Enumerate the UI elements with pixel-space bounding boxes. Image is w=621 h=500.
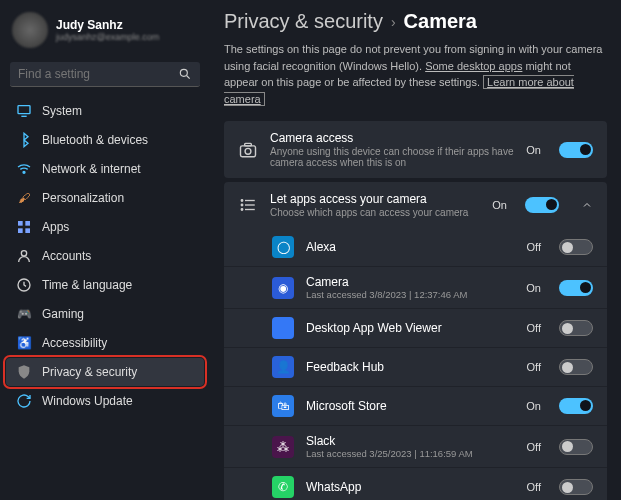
app-icon: ⁂ [272,436,294,458]
svg-point-4 [23,171,25,173]
app-state: Off [527,361,541,373]
app-icon [272,317,294,339]
sidebar-item-shield[interactable]: Privacy & security [6,358,204,386]
app-state: Off [527,241,541,253]
search-input[interactable] [18,67,178,81]
app-toggle[interactable] [559,239,593,255]
app-state: Off [527,322,541,334]
app-name: WhatsApp [306,480,515,494]
system-icon [16,103,32,119]
clock-icon [16,277,32,293]
bluetooth-icon [16,132,32,148]
app-state: On [526,282,541,294]
svg-point-0 [180,69,187,76]
svg-line-1 [187,76,190,79]
chevron-right-icon: › [391,14,396,30]
let-apps-toggle[interactable] [525,197,559,213]
sidebar-nav: SystemBluetooth & devicesNetwork & inter… [6,97,204,415]
app-toggle[interactable] [559,280,593,296]
sidebar-item-access[interactable]: ♿Accessibility [6,329,204,357]
app-state: Off [527,481,541,493]
sidebar-item-wifi[interactable]: Network & internet [6,155,204,183]
let-apps-row[interactable]: Let apps access your camera Choose which… [224,182,607,228]
sidebar-item-label: Privacy & security [42,365,137,379]
app-sub: Last accessed 3/8/2023 | 12:37:46 AM [306,289,514,300]
svg-point-9 [21,251,26,256]
camera-access-toggle[interactable] [559,142,593,158]
apps-icon [16,219,32,235]
camera-access-sub: Anyone using this device can choose if t… [270,146,514,168]
let-apps-state: On [492,199,507,211]
app-row: ◯AlexaOff [224,228,607,266]
app-row: Desktop App Web ViewerOff [224,308,607,347]
user-profile[interactable]: Judy Sanhz judysanhz@example.com [6,8,204,58]
sidebar-item-apps[interactable]: Apps [6,213,204,241]
app-name: Alexa [306,240,515,254]
app-icon: 🛍 [272,395,294,417]
sidebar-item-label: Accounts [42,249,91,263]
sidebar-item-brush[interactable]: 🖌Personalization [6,184,204,212]
let-apps-card: Let apps access your camera Choose which… [224,182,607,500]
sidebar-item-system[interactable]: System [6,97,204,125]
sidebar-item-label: Bluetooth & devices [42,133,148,147]
svg-point-19 [241,209,243,211]
app-name: Microsoft Store [306,399,514,413]
app-name: Feedback Hub [306,360,515,374]
app-toggle[interactable] [559,439,593,455]
let-apps-title: Let apps access your camera [270,192,480,206]
sidebar-item-label: Gaming [42,307,84,321]
app-row: ◉CameraLast accessed 3/8/2023 | 12:37:46… [224,266,607,308]
app-toggle[interactable] [559,320,593,336]
app-row: ⁂SlackLast accessed 3/25/2023 | 11:16:59… [224,425,607,467]
avatar [12,12,48,48]
shield-icon [16,364,32,380]
svg-rect-13 [245,143,252,146]
access-icon: ♿ [16,335,32,351]
page-description: The settings on this page do not prevent… [224,41,607,107]
account-icon [16,248,32,264]
list-icon [238,195,258,215]
camera-access-title: Camera access [270,131,514,145]
app-toggle[interactable] [559,359,593,375]
app-name: Slack [306,434,515,448]
sidebar-item-bluetooth[interactable]: Bluetooth & devices [6,126,204,154]
app-list: ◯AlexaOff◉CameraLast accessed 3/8/2023 |… [224,228,607,500]
sidebar-item-update[interactable]: Windows Update [6,387,204,415]
svg-rect-7 [18,228,23,233]
app-state: Off [527,441,541,453]
sidebar-item-label: Apps [42,220,69,234]
svg-point-12 [245,148,251,154]
app-toggle[interactable] [559,398,593,414]
sidebar-item-label: System [42,104,82,118]
camera-access-state: On [526,144,541,156]
sidebar-item-label: Windows Update [42,394,133,408]
camera-access-row[interactable]: Camera access Anyone using this device c… [224,121,607,178]
breadcrumb-parent[interactable]: Privacy & security [224,10,383,33]
breadcrumb: Privacy & security › Camera [224,10,607,33]
sidebar-item-account[interactable]: Accounts [6,242,204,270]
sidebar-item-clock[interactable]: Time & language [6,271,204,299]
app-row: 🛍Microsoft StoreOn [224,386,607,425]
gaming-icon: 🎮 [16,306,32,322]
svg-point-17 [241,200,243,202]
chevron-up-icon[interactable] [581,199,593,211]
svg-rect-8 [25,228,30,233]
svg-rect-11 [241,145,256,156]
wifi-icon [16,161,32,177]
breadcrumb-current: Camera [404,10,477,33]
svg-rect-6 [25,221,30,226]
sidebar-item-gaming[interactable]: 🎮Gaming [6,300,204,328]
app-toggle[interactable] [559,479,593,495]
app-icon: ◉ [272,277,294,299]
app-icon: ✆ [272,476,294,498]
sidebar-item-label: Accessibility [42,336,107,350]
search-box[interactable] [10,62,200,87]
update-icon [16,393,32,409]
app-name: Camera [306,275,514,289]
user-email: judysanhz@example.com [56,32,159,42]
app-state: On [526,400,541,412]
desktop-apps-link[interactable]: Some desktop apps [425,60,522,72]
svg-rect-2 [18,106,30,114]
app-row: ✆WhatsAppOff [224,467,607,500]
sidebar-item-label: Network & internet [42,162,141,176]
